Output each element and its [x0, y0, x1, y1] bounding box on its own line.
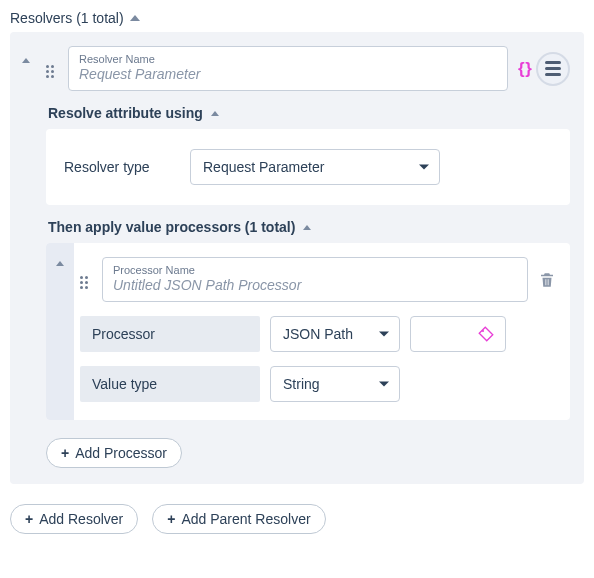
resolver-title-row: Resolver Name Request Parameter { } — [46, 46, 570, 91]
processor-field-row: Processor JSON Path — [80, 316, 556, 352]
caret-up-icon — [303, 225, 311, 230]
menu-stack-icon[interactable] — [536, 52, 570, 86]
resolver-right-icons: { } — [518, 52, 570, 86]
caret-up-icon — [56, 261, 64, 266]
trash-icon[interactable] — [538, 270, 556, 290]
processor-card: Processor Name Untitled JSON Path Proces… — [46, 243, 570, 420]
footer-button-row: + Add Resolver + Add Parent Resolver — [10, 504, 584, 534]
resolver-type-select[interactable]: Request Parameter — [190, 149, 440, 185]
add-parent-resolver-button[interactable]: + Add Parent Resolver — [152, 504, 325, 534]
add-resolver-button[interactable]: + Add Resolver — [10, 504, 138, 534]
processor-name-label: Processor Name — [113, 264, 517, 276]
processor-field-label: Processor — [80, 316, 260, 352]
plus-icon: + — [167, 511, 175, 527]
resolve-attr-title: Resolve attribute using — [48, 105, 203, 121]
resolver-name-value[interactable]: Request Parameter — [79, 66, 497, 84]
processor-name-input[interactable]: Processor Name Untitled JSON Path Proces… — [102, 257, 528, 302]
processor-name-value[interactable]: Untitled JSON Path Processor — [113, 277, 517, 295]
caret-up-icon — [22, 58, 30, 63]
svg-point-0 — [482, 330, 484, 332]
processors-header[interactable]: Then apply value processors (1 total) — [48, 219, 570, 235]
resolver-body: Resolver Name Request Parameter { } Reso… — [42, 32, 584, 484]
chevron-down-icon — [379, 332, 389, 337]
processor-select[interactable]: JSON Path — [270, 316, 400, 352]
resolver-type-value: Request Parameter — [203, 159, 324, 175]
valuetype-field-row: Value type String — [80, 366, 556, 402]
resolve-attr-header[interactable]: Resolve attribute using — [48, 105, 570, 121]
valuetype-select[interactable]: String — [270, 366, 400, 402]
processor-body: Processor Name Untitled JSON Path Proces… — [74, 243, 570, 420]
plus-icon: + — [25, 511, 33, 527]
drag-handle-icon[interactable] — [46, 59, 58, 78]
processors-title: Then apply value processors (1 total) — [48, 219, 295, 235]
resolver-type-panel: Resolver type Request Parameter — [46, 129, 570, 205]
chevron-down-icon — [379, 382, 389, 387]
resolver-name-label: Resolver Name — [79, 53, 497, 65]
drag-handle-icon[interactable] — [80, 270, 92, 289]
plus-icon: + — [61, 445, 69, 461]
resolvers-title: Resolvers (1 total) — [10, 10, 124, 26]
resolvers-section-header[interactable]: Resolvers (1 total) — [10, 10, 584, 26]
processor-title-row: Processor Name Untitled JSON Path Proces… — [80, 257, 556, 302]
processor-select-value: JSON Path — [283, 326, 353, 342]
caret-up-icon — [130, 15, 140, 21]
resolver-collapse-gutter[interactable] — [10, 32, 42, 484]
processor-collapse-gutter[interactable] — [46, 243, 74, 420]
caret-up-icon — [211, 111, 219, 116]
resolver-type-label: Resolver type — [64, 159, 164, 175]
processor-tag-button[interactable] — [410, 316, 506, 352]
resolver-card: Resolver Name Request Parameter { } Reso… — [10, 32, 584, 484]
json-braces-icon[interactable]: { } — [518, 59, 530, 79]
add-processor-label: Add Processor — [75, 445, 167, 461]
valuetype-select-value: String — [283, 376, 320, 392]
add-parent-resolver-label: Add Parent Resolver — [181, 511, 310, 527]
add-resolver-label: Add Resolver — [39, 511, 123, 527]
chevron-down-icon — [419, 165, 429, 170]
resolver-name-input[interactable]: Resolver Name Request Parameter — [68, 46, 508, 91]
add-processor-button[interactable]: + Add Processor — [46, 438, 182, 468]
valuetype-field-label: Value type — [80, 366, 260, 402]
